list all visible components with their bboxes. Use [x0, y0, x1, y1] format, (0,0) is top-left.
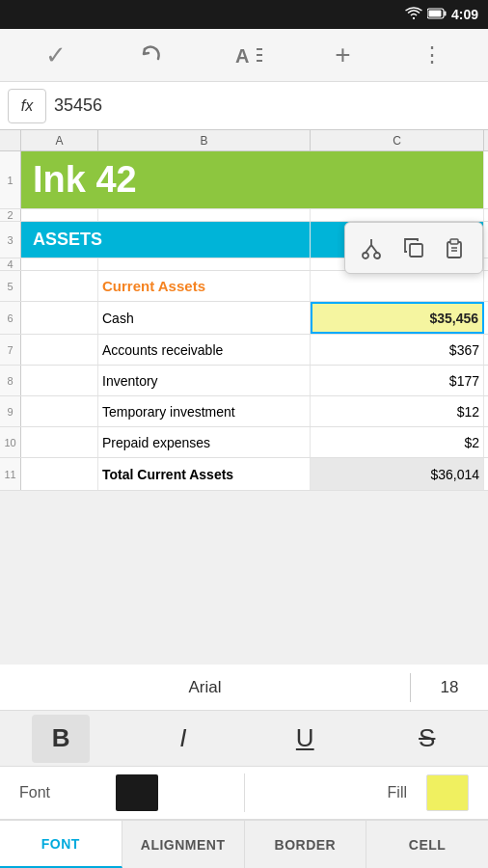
- svg-rect-12: [410, 244, 422, 257]
- font-label: Font: [19, 784, 116, 801]
- italic-button[interactable]: I: [154, 715, 212, 763]
- cell-total-value[interactable]: $36,014: [311, 458, 484, 490]
- tab-alignment[interactable]: ALIGNMENT: [122, 821, 245, 868]
- row-num-11: 11: [0, 458, 21, 490]
- tab-font[interactable]: FONT: [0, 821, 122, 868]
- color-row: Font Fill: [0, 767, 488, 820]
- ctx-cut-button[interactable]: [351, 228, 392, 268]
- row-num-5: 5: [0, 271, 21, 301]
- row-num-6: 6: [0, 302, 21, 334]
- cell-current-assets[interactable]: Current Assets: [98, 271, 311, 301]
- text-format-button[interactable]: A: [226, 39, 274, 71]
- cell-11a[interactable]: [21, 458, 98, 490]
- cell-10a[interactable]: [21, 427, 98, 457]
- cell-4b[interactable]: [98, 258, 311, 270]
- row-num-2: 2: [0, 209, 21, 221]
- bold-button[interactable]: B: [32, 715, 90, 763]
- check-button[interactable]: ✓: [36, 36, 76, 75]
- context-menu: [344, 222, 483, 274]
- svg-rect-14: [450, 239, 458, 244]
- row-num-8: 8: [0, 366, 21, 395]
- row-6: 6 Cash $35,456: [0, 302, 488, 335]
- cell-7a[interactable]: [21, 335, 98, 365]
- more-button[interactable]: ⋮: [412, 38, 452, 72]
- font-name[interactable]: Arial: [0, 678, 410, 697]
- cell-4a[interactable]: [21, 258, 98, 270]
- cell-2b[interactable]: [98, 209, 311, 221]
- svg-line-10: [371, 245, 377, 253]
- cell-ar-label[interactable]: Accounts receivable: [98, 335, 311, 365]
- row-num-10: 10: [0, 427, 21, 457]
- tab-border[interactable]: BORDER: [245, 821, 367, 868]
- fx-button[interactable]: fx: [8, 89, 46, 123]
- row-1: 1 Ink 42: [0, 151, 488, 209]
- cell-ar-value[interactable]: $367: [311, 335, 484, 365]
- cell-prepaid-label[interactable]: Prepaid expenses: [98, 427, 311, 457]
- col-header-a: A: [21, 130, 98, 150]
- cell-assets-label[interactable]: ASSETS: [21, 222, 311, 258]
- color-divider: [158, 773, 330, 812]
- cell-cash-value[interactable]: $35,456: [311, 302, 484, 334]
- svg-rect-1: [444, 11, 446, 15]
- row-assets: 3 ASSETS 2013: [0, 222, 488, 258]
- cell-prepaid-value[interactable]: $2: [311, 427, 484, 457]
- cell-6a[interactable]: [21, 302, 98, 334]
- status-time: 4:09: [451, 7, 478, 22]
- underline-button[interactable]: U: [276, 715, 334, 763]
- cell-cash-label[interactable]: Cash: [98, 302, 311, 334]
- formula-input[interactable]: [54, 95, 480, 116]
- formula-bar: fx: [0, 82, 488, 130]
- svg-point-7: [363, 253, 368, 258]
- svg-point-8: [374, 253, 380, 258]
- cell-temp-value[interactable]: $12: [311, 396, 484, 426]
- row-num-1: 1: [0, 151, 21, 208]
- row-9: 9 Temporary investment $12: [0, 396, 488, 427]
- fx-label: fx: [21, 97, 33, 115]
- cell-8a[interactable]: [21, 366, 98, 395]
- strikethrough-button[interactable]: S: [398, 715, 456, 763]
- font-color-swatch[interactable]: [116, 774, 158, 811]
- spreadsheet: A B C 1 Ink 42 2 3 ASSETS 2013: [0, 130, 488, 491]
- battery-icon: [427, 8, 447, 22]
- row-7: 7 Accounts receivable $367: [0, 335, 488, 366]
- wifi-icon: [405, 7, 422, 23]
- fill-color-swatch[interactable]: [426, 774, 469, 811]
- cell-total-label[interactable]: Total Current Assets: [98, 458, 311, 490]
- row-5: 5 Current Assets: [0, 271, 488, 302]
- row-11: 11 Total Current Assets $36,014: [0, 458, 488, 491]
- cell-2c[interactable]: [311, 209, 484, 221]
- cell-2a[interactable]: [21, 209, 98, 221]
- fill-label: Fill: [330, 784, 407, 801]
- tab-cell[interactable]: CELL: [366, 821, 488, 868]
- cell-ink42[interactable]: Ink 42: [21, 151, 484, 208]
- cell-5a[interactable]: [21, 271, 98, 301]
- cell-inventory-value[interactable]: $177: [311, 366, 484, 395]
- row-10: 10 Prepaid expenses $2: [0, 427, 488, 458]
- svg-rect-2: [428, 10, 441, 16]
- row-num-4: 4: [0, 258, 21, 270]
- svg-line-9: [366, 245, 371, 253]
- col-header-c: C: [311, 130, 484, 150]
- col-header-b: B: [98, 130, 311, 150]
- bottom-section: Arial 18 B I U S Font Fill FONT ALIGNMEN…: [0, 665, 488, 868]
- row-2: 2: [0, 209, 488, 222]
- row-num-9: 9: [0, 396, 21, 426]
- font-size-bar: Arial 18: [0, 665, 488, 711]
- add-button[interactable]: +: [325, 35, 360, 75]
- font-size[interactable]: 18: [411, 678, 488, 697]
- ctx-paste-button[interactable]: [436, 228, 476, 268]
- column-headers: A B C: [0, 130, 488, 151]
- status-bar: 4:09: [0, 0, 488, 29]
- tab-bar: FONT ALIGNMENT BORDER CELL: [0, 820, 488, 868]
- cell-9a[interactable]: [21, 396, 98, 426]
- undo-button[interactable]: [127, 37, 174, 73]
- row-num-3: 3: [0, 222, 21, 258]
- cell-temp-label[interactable]: Temporary investment: [98, 396, 311, 426]
- cell-5c[interactable]: [311, 271, 484, 301]
- format-buttons: B I U S: [0, 711, 488, 767]
- ctx-copy-button[interactable]: [393, 228, 434, 268]
- main-toolbar: ✓ A + ⋮: [0, 29, 488, 82]
- cell-inventory-label[interactable]: Inventory: [98, 366, 311, 395]
- row-num-7: 7: [0, 335, 21, 365]
- svg-text:A: A: [235, 45, 249, 67]
